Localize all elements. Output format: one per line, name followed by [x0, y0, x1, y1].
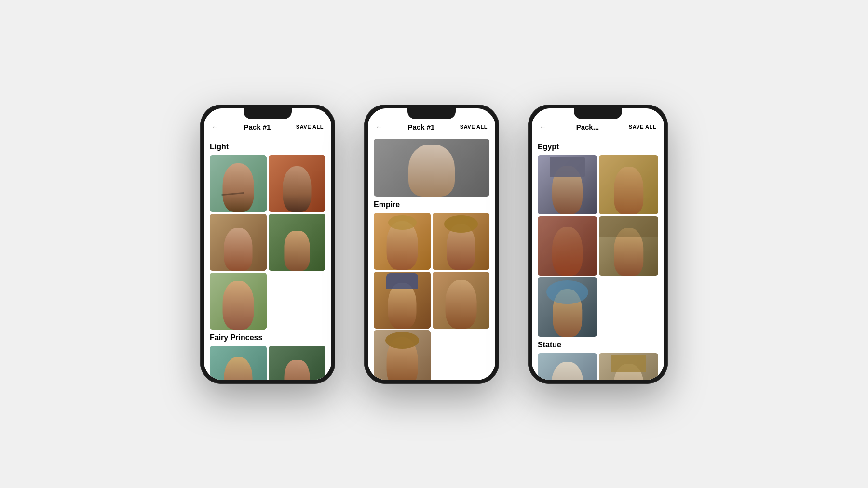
image-cell-empty	[269, 273, 326, 330]
section-label-statue: Statue	[538, 341, 658, 349]
egypt-grid-row1	[538, 155, 658, 214]
light-grid-row3	[210, 273, 326, 330]
back-button-2[interactable]: ←	[376, 123, 382, 131]
section-label-egypt: Egypt	[538, 143, 658, 151]
empire-grid-row1	[374, 213, 489, 270]
image-cell[interactable]	[210, 346, 267, 380]
image-cell[interactable]	[538, 155, 597, 214]
egypt-grid-row2	[538, 216, 658, 276]
image-cell[interactable]	[374, 272, 431, 329]
notch-1	[244, 108, 292, 119]
image-cell[interactable]	[433, 272, 489, 329]
image-cell[interactable]	[210, 155, 267, 212]
phone-3: ← Pack... SAVE ALL Egypt	[528, 105, 668, 384]
image-cell[interactable]	[374, 213, 431, 270]
image-cell[interactable]	[210, 214, 267, 271]
light-grid-row1	[210, 155, 326, 212]
title-3: Pack...	[576, 123, 599, 131]
notch-3	[574, 108, 622, 119]
scroll-area-2: Empire	[368, 135, 495, 380]
back-button-3[interactable]: ←	[540, 123, 546, 131]
back-button-1[interactable]: ←	[212, 123, 218, 131]
image-cell[interactable]	[374, 330, 431, 380]
image-cell[interactable]	[433, 213, 489, 270]
fairy-grid-row1	[210, 346, 326, 380]
section-label-fairy: Fairy Princess	[210, 333, 326, 342]
image-cell[interactable]	[538, 353, 597, 380]
image-cell[interactable]	[599, 216, 658, 276]
empire-grid-row2	[374, 272, 489, 329]
title-1: Pack #1	[244, 123, 271, 131]
image-cell-top[interactable]	[374, 139, 489, 197]
image-cell[interactable]	[599, 353, 658, 380]
light-grid-row2	[210, 214, 326, 271]
save-all-3[interactable]: SAVE ALL	[629, 124, 656, 130]
statue-grid-row1	[538, 353, 658, 380]
phone-1: ← Pack #1 SAVE ALL Light	[200, 105, 335, 384]
image-cell[interactable]	[210, 273, 267, 330]
image-cell[interactable]	[269, 346, 326, 380]
image-cell[interactable]	[599, 155, 658, 214]
section-label-empire: Empire	[374, 200, 489, 209]
notch-2	[407, 108, 456, 119]
image-cell-empty	[599, 277, 658, 337]
title-2: Pack #1	[407, 123, 434, 131]
save-all-2[interactable]: SAVE ALL	[460, 124, 488, 130]
scroll-area-3: Egypt	[532, 135, 664, 380]
save-all-1[interactable]: SAVE ALL	[296, 124, 324, 130]
image-cell[interactable]	[538, 277, 597, 337]
image-cell[interactable]	[269, 155, 326, 212]
empire-grid-row3	[374, 330, 489, 380]
top-partial-grid	[374, 139, 489, 197]
scroll-area-1: Light	[204, 135, 331, 380]
image-cell[interactable]	[538, 216, 597, 276]
image-cell[interactable]	[269, 214, 326, 271]
egypt-grid-row3	[538, 277, 658, 337]
image-cell-empty	[433, 330, 489, 380]
phone-2: ← Pack #1 SAVE ALL Empire	[364, 105, 499, 384]
section-label-light: Light	[210, 143, 326, 151]
